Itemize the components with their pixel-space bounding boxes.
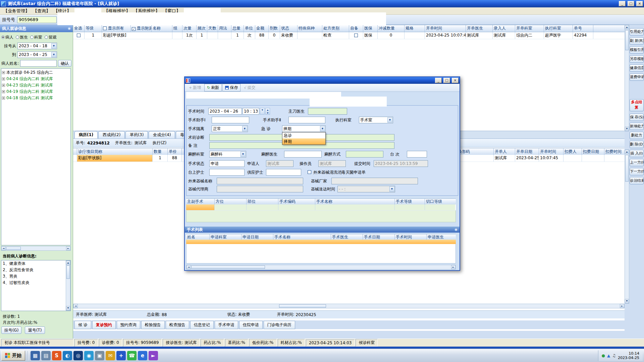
menu-business[interactable]: 【业务管理】: [2, 8, 31, 14]
dialog-maximize-button[interactable]: □: [443, 78, 450, 83]
ls-col-time[interactable]: 手术时间: [395, 234, 427, 240]
scroll-thumb[interactable]: [191, 265, 265, 269]
save-template-button[interactable]: 另存模板: [630, 55, 644, 63]
chevron-down-icon[interactable]: ▼: [242, 126, 247, 131]
dialog-submit-button[interactable]: √提交: [241, 84, 258, 92]
scroll-right-icon[interactable]: ►: [66, 246, 70, 250]
printer-icon[interactable]: ▣: [95, 351, 104, 360]
ls-col-apply-date[interactable]: 申请日期: [241, 234, 273, 240]
multi-settle-button[interactable]: 多点结算: [630, 99, 644, 111]
messenger-icon[interactable]: ☎: [127, 351, 137, 360]
dialog-save-button[interactable]: 保存: [222, 84, 240, 92]
rx-col-qty[interactable]: 数量: [153, 148, 168, 155]
exec-dept-combo[interactable]: 手术室▼: [359, 117, 393, 123]
radio-patient[interactable]: 病人: [1, 35, 13, 40]
antivirus-tray-icon[interactable]: ●: [602, 353, 605, 358]
assistant2-input[interactable]: [288, 117, 325, 123]
surgeon-input[interactable]: [308, 108, 347, 115]
surgery-date-input[interactable]: 2023 - 04 - 26: [208, 108, 242, 115]
pin-icon[interactable]: ◉: [454, 227, 458, 233]
sg-col-part[interactable]: 部位: [247, 199, 278, 204]
ext-instrument-name-input[interactable]: [217, 178, 303, 184]
assistant1-input[interactable]: [212, 117, 249, 123]
tree-item[interactable]: 04-18 综合内二科 测试库: [2, 95, 70, 101]
tab-booking-query[interactable]: 预约查询: [117, 321, 140, 329]
scroll-thumb[interactable]: [279, 304, 326, 308]
chevron-down-icon[interactable]: ▼: [240, 152, 246, 157]
col-dose[interactable]: 次量: [182, 25, 197, 32]
expand-icon[interactable]: [2, 71, 5, 74]
col-amount[interactable]: 金额: [255, 25, 269, 32]
refund-request-button[interactable]: 退费申请: [630, 73, 644, 81]
col-freq[interactable]: 频次: [197, 25, 207, 32]
patient-name-input[interactable]: [20, 60, 57, 67]
surgery-table-row[interactable]: [186, 204, 456, 210]
anes-way-input[interactable]: [346, 151, 383, 158]
launcher-icon[interactable]: ►: [149, 351, 158, 360]
sg-col-level[interactable]: 手术等级: [395, 199, 425, 204]
expand-icon[interactable]: [2, 84, 5, 87]
row-checkbox[interactable]: [77, 34, 80, 37]
ls-col-apply-dept[interactable]: 申请科室: [210, 234, 241, 240]
del-rx-button[interactable]: 删处方: [630, 132, 644, 139]
close-button[interactable]: ×: [636, 1, 643, 6]
col-usage[interactable]: 用法: [218, 25, 231, 32]
start-button[interactable]: 开始: [1, 351, 25, 361]
col-days[interactable]: 天数: [207, 25, 218, 32]
his-app-icon[interactable]: +: [116, 351, 126, 360]
scroll-thumb[interactable]: [66, 265, 70, 279]
delivery-time-combo[interactable]: - - :▼: [337, 186, 395, 192]
tree-item[interactable]: 04-19 综合内二科 测试库: [2, 88, 70, 95]
tray-clock[interactable]: 10:142023-04-25: [618, 351, 639, 360]
radio-dept[interactable]: 科室: [30, 35, 42, 40]
dialog-refresh-button[interactable]: ↻刷新: [204, 84, 222, 92]
scroll-right-icon[interactable]: ►: [451, 265, 455, 269]
prev-rx-button[interactable]: 上一方(P): [630, 159, 644, 166]
diagnosis-item[interactable]: 2、反流性食管炎: [1, 267, 70, 273]
chevron-down-icon[interactable]: ▼: [51, 52, 56, 57]
input-method-icon[interactable]: S: [52, 351, 61, 360]
col-total[interactable]: 总量: [231, 25, 244, 32]
show-all-checkbox[interactable]: [103, 26, 107, 30]
ls-col-apply-doctor[interactable]: 申请医生: [427, 234, 455, 240]
sg-col-name[interactable]: 手术名称: [315, 199, 395, 204]
ls-col-date[interactable]: 手术日期: [363, 234, 395, 240]
scroll-thumb[interactable]: [625, 30, 629, 50]
scroll-thumb[interactable]: [6, 247, 21, 250]
quote-rx-button[interactable]: 引用处方: [630, 28, 644, 36]
scroll-up-icon[interactable]: ▲: [625, 150, 629, 154]
pin-icon[interactable]: ◉: [68, 25, 71, 32]
rx-col-fee-person[interactable]: 扣费人: [564, 148, 582, 155]
tab-surgery-apply[interactable]: 手术申请: [215, 321, 238, 329]
dropdown-option-elective[interactable]: 择期: [282, 138, 325, 144]
time-spinner[interactable]: ▲▼: [265, 108, 270, 115]
notepad-icon[interactable]: ▤: [41, 351, 51, 360]
col-special[interactable]: 特殊病种: [298, 25, 322, 32]
menu-query[interactable]: 【查询】: [32, 8, 52, 14]
sg-col-main[interactable]: 主副手术: [186, 199, 215, 204]
rx-exec-label[interactable]: 执行(Z): [153, 140, 167, 146]
rx-col-creator[interactable]: 开单人: [494, 148, 515, 155]
chevron-down-icon[interactable]: ▼: [387, 117, 392, 123]
isolation-combo[interactable]: 正常▼: [212, 125, 248, 132]
chevron-down-icon[interactable]: ▼: [389, 186, 394, 192]
radio-stay[interactable]: 留观: [45, 35, 57, 40]
scroll-left-icon[interactable]: ◄: [1, 246, 6, 250]
tab-lab-report[interactable]: 检验报告: [141, 321, 165, 329]
date-to-picker[interactable]: 2023 - 04 - 25▼: [17, 51, 57, 58]
urgency-combo[interactable]: 择期▼: [282, 125, 326, 132]
chevron-down-icon[interactable]: ▼: [51, 43, 56, 49]
expand-icon[interactable]: [2, 90, 5, 93]
scroll-left-icon[interactable]: ◄: [186, 265, 191, 269]
ls-col-surgeon[interactable]: 手术医生: [331, 234, 363, 240]
rx-col-fee-date[interactable]: 扣费日期: [582, 148, 604, 155]
scroll-up-icon[interactable]: ▲: [66, 261, 70, 265]
col-order-dept[interactable]: 开单科室: [515, 25, 544, 32]
diagnosis-vscrollbar[interactable]: ▲ ▼: [66, 260, 70, 311]
scroll-down-icon[interactable]: ▼: [625, 127, 629, 131]
col-status[interactable]: 状态: [280, 25, 298, 32]
tree-item[interactable]: 04-23 综合内二科 测试库: [2, 82, 70, 88]
rx-col-item[interactable]: 诊疗项目简称: [77, 148, 153, 155]
health-info-button[interactable]: 健康信息: [630, 64, 644, 72]
tab-herbal[interactable]: 草药(3): [125, 131, 148, 138]
